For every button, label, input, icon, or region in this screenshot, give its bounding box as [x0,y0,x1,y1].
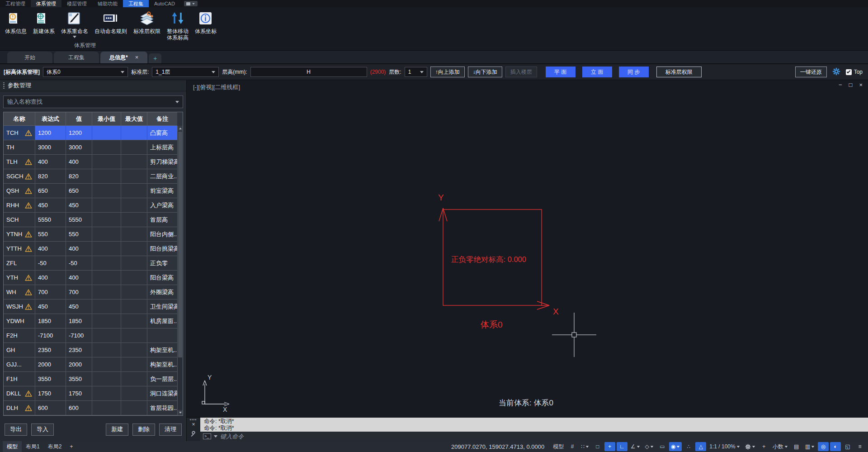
export-button[interactable]: 导出 [5,423,27,436]
param-name-cell[interactable]: SCH [4,213,35,227]
param-name-cell[interactable]: QSH [4,184,35,198]
table-row[interactable]: F1H35503550负一层层... [4,372,177,386]
param-remark-cell[interactable]: 二层商业... [147,169,177,184]
floor-height-input[interactable]: H [250,67,367,77]
param-name-cell[interactable]: YTNH [4,227,35,242]
table-row[interactable]: YTNH550550阳台内侧... [4,227,177,242]
param-remark-cell[interactable]: 构架至机... [147,343,177,357]
param-max-cell[interactable] [121,126,147,140]
param-max-cell[interactable] [121,271,147,285]
param-max-cell[interactable] [121,372,147,386]
param-min-cell[interactable] [92,140,121,155]
statusbar-snap-tracking-icon[interactable]: ∴ [683,442,694,451]
param-max-cell[interactable] [121,285,147,300]
param-value-cell[interactable]: 2350 [66,343,92,357]
new-tab-button[interactable]: + [149,53,161,63]
wrench-icon[interactable] [190,431,197,439]
param-remark-cell[interactable]: 阳台梁高 [147,271,177,285]
param-remark-cell[interactable]: 负一层层... [147,372,177,386]
command-input[interactable]: >_ 键入命令 [200,432,868,441]
menu-item-project-management[interactable]: 工程管理 [0,0,31,7]
menu-item-auxiliary-functions[interactable]: 辅助功能 [92,0,123,7]
scroll-down-icon[interactable] [178,410,183,415]
chevron-down-icon[interactable] [73,36,76,38]
ribbon-tool-auto-naming-rule[interactable]: 自动命名规则 [92,10,129,35]
statusbar-infer-constraints-icon[interactable]: □ [592,442,603,451]
param-min-cell[interactable] [92,300,121,314]
param-min-cell[interactable] [92,285,121,300]
table-row[interactable]: SGCH820820二层商业... [4,169,177,184]
elevation-view-button[interactable]: 立 面 [582,67,612,77]
param-min-cell[interactable] [92,126,121,140]
param-expression-cell[interactable]: 450 [35,300,66,314]
layout-tab-new-layout[interactable]: + [66,441,77,452]
top-view-toggle[interactable]: Top [846,69,863,75]
param-name-cell[interactable]: DKLL [4,386,35,401]
param-name-cell[interactable]: GH [4,343,35,357]
statusbar-polar-tracking-icon[interactable]: ∠ [629,442,642,451]
param-value-cell[interactable]: 3550 [66,372,92,386]
layout-tab-layout1[interactable]: 布局1 [22,441,44,452]
menu-item-system-management[interactable]: 体系管理 [31,0,61,7]
ribbon-tool-system-info[interactable]: 体系信息 [3,10,29,35]
statusbar-ortho-icon[interactable]: ∟ [617,442,627,451]
insert-floor-button[interactable]: 插入楼层 [505,67,537,77]
doc-tab-start[interactable]: 开始 [7,52,52,63]
param-expression-cell[interactable]: 650 [35,184,66,198]
drag-grip-icon[interactable] [3,82,5,89]
param-name-cell[interactable]: F2H [4,328,35,343]
param-value-cell[interactable]: 650 [66,184,92,198]
param-name-cell[interactable]: YTH [4,271,35,285]
param-expression-cell[interactable]: 3550 [35,372,66,386]
param-name-cell[interactable]: TH [4,140,35,155]
import-button[interactable]: 导入 [31,423,54,436]
param-min-cell[interactable] [92,155,121,169]
param-value-cell[interactable]: 550 [66,227,92,242]
param-max-cell[interactable] [121,213,147,227]
param-max-cell[interactable] [121,328,147,343]
delete-button[interactable]: 删除 [132,423,155,436]
param-value-cell[interactable]: 2000 [66,357,92,372]
table-row[interactable]: QSH650650前室梁高 [4,184,177,198]
param-name-cell[interactable]: SGCH [4,169,35,184]
param-expression-cell[interactable]: -7100 [35,328,66,343]
table-row[interactable]: F2H-7100-7100 [4,328,177,343]
param-expression-cell[interactable]: 2350 [35,343,66,357]
param-remark-cell[interactable]: 前室梁高 [147,184,177,198]
table-row[interactable]: YTTH400400阳台挑梁高 [4,242,177,256]
ribbon-tool-standard-floor-permission[interactable]: 标准层权限 [131,10,163,35]
layout-tab-model[interactable]: 模型 [3,441,22,452]
clean-button[interactable]: 清理 [159,423,182,436]
param-value-cell[interactable]: 5550 [66,213,92,227]
param-value-cell[interactable]: 3000 [66,140,92,155]
statusbar-annotation-scale[interactable]: 1:1 / 100% [708,442,741,451]
table-row[interactable]: WH700700外圈梁高 [4,285,177,300]
param-min-cell[interactable] [92,198,121,213]
param-min-cell[interactable] [92,343,121,357]
param-max-cell[interactable] [121,242,147,256]
statusbar-dynamic-input-icon[interactable]: + [604,442,615,451]
statusbar-model-paper-toggle[interactable]: 模型 [551,442,566,451]
param-name-cell[interactable]: RHH [4,198,35,213]
param-max-cell[interactable] [121,386,147,401]
param-min-cell[interactable] [92,386,121,401]
statusbar-quick-properties-icon[interactable]: ▤ [791,442,802,451]
param-remark-cell[interactable]: 凸窗高 [147,126,177,140]
param-max-cell[interactable] [121,155,147,169]
statusbar-isodraft-icon[interactable]: ◇ [643,442,656,451]
param-name-cell[interactable]: TLH [4,155,35,169]
table-row[interactable]: TLH400400剪刀梯梁高 [4,155,177,169]
settings-gear-icon[interactable] [832,67,840,77]
param-max-cell[interactable] [121,140,147,155]
param-expression-cell[interactable]: 400 [35,271,66,285]
param-max-cell[interactable] [121,314,147,328]
table-row[interactable]: SCH55505550首层高 [4,213,177,227]
param-expression-cell[interactable]: 550 [35,227,66,242]
statusbar-dynamic-ucs-icon[interactable]: △ [695,442,706,451]
drag-grip-icon[interactable] [190,419,197,420]
ribbon-tool-system-coordinates[interactable]: 体系坐标 [193,10,219,35]
param-name-cell[interactable]: TCH [4,126,35,140]
table-row[interactable]: GH23502350构架至机... [4,343,177,357]
layout-tab-layout2[interactable]: 布局2 [44,441,66,452]
statusbar-clean-screen-icon[interactable]: ◱ [842,442,853,451]
